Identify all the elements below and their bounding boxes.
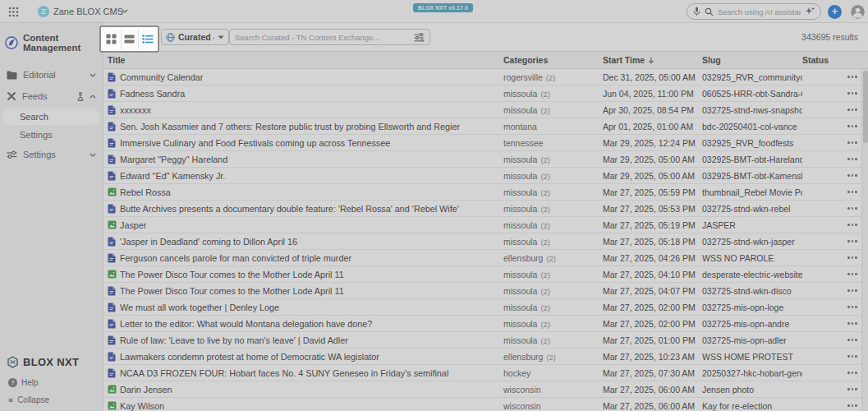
column-header-slug[interactable]: Slug [702,55,802,65]
row-start-time: Mar 27, 2025, 05:18 PM [603,237,702,247]
top-bar: Z Zane BLOX CMS BLOX NXT v0.17.0 + [0,0,868,23]
add-button[interactable]: + [828,5,842,19]
row-categories: hockey [503,368,603,378]
row-start-time: Mar 27, 2025, 05:53 PM [603,204,702,214]
table-row[interactable]: Kay WilsonwisconsinMar 27, 2025, 06:00 A… [103,398,868,411]
row-title[interactable]: xxxxxxx [120,105,503,115]
table-row[interactable]: Butte Archives presents a documentary do… [103,201,868,217]
table-row[interactable]: Letter to the editor: What would Montana… [103,316,868,332]
help-label: Help [21,378,39,387]
feed-selector-dropdown[interactable]: Curated -... [161,29,229,45]
row-title[interactable]: Letter to the editor: What would Montana… [120,319,503,329]
sidebar-item-label: Editorial [23,70,90,80]
feed-search-box[interactable] [229,29,430,45]
sidebar-item-feed-settings[interactable]: Settings [0,127,103,142]
cms-page: Z Zane BLOX CMS BLOX NXT v0.17.0 + Conte… [0,0,868,411]
row-title[interactable]: Lawmakers condemn protest at home of Dem… [120,352,503,362]
table-row[interactable]: Rule of law: 'Leave to live by no man's … [103,332,868,349]
table-row[interactable]: Immersive Culinary and Food Festivals co… [103,135,868,151]
column-header-categories[interactable]: Categories [503,55,603,65]
sidebar-item-settings[interactable]: Settings [0,145,103,164]
table-row[interactable]: NCAA D3 FROZEN FOUR: Hobart faces No. 4 … [103,365,868,381]
row-title[interactable]: Butte Archives presents a documentary do… [120,204,503,214]
row-start-time: Apr 01, 2025, 01:00 AM [603,122,702,132]
row-categories: missoula(2) [503,286,603,296]
sidebar-item-editorial[interactable]: Editorial [0,66,103,84]
table-row[interactable]: We must all work together | Denley Logem… [103,299,868,316]
row-start-time: Mar 27, 2025, 05:59 PM [603,187,702,197]
chevron-down-icon[interactable] [122,9,128,13]
collapse-icon: « [8,395,13,404]
table-row[interactable]: The Power Disco Tour comes to the Mother… [103,266,868,283]
row-title[interactable]: Sen. Josh Kassmier and 7 others: Restore… [120,122,503,132]
row-title[interactable]: Immersive Culinary and Food Festivals co… [120,138,503,148]
ai-search-input[interactable] [718,7,801,16]
sidebar-item-label: Feeds [22,91,76,101]
article-icon [108,237,120,247]
table-row[interactable]: 'Jasper in Deadland' coming to Dillon Ap… [103,233,868,250]
row-slug: 032725-stnd-wkn-jasper [702,237,802,247]
row-title[interactable]: Rule of law: 'Leave to live by no man's … [120,335,503,345]
vertical-scrollbar[interactable] [861,69,868,411]
row-title[interactable]: Ferguson cancels parole for man convicte… [120,253,503,263]
row-slug: bdc-20250401-col-vance [702,122,802,132]
table-row[interactable]: The Power Disco Tour comes to the Mother… [103,283,868,299]
row-slug: 032925_RVR_foodfests [702,138,802,148]
row-title[interactable]: Fadness Sandra [120,89,503,99]
table-row[interactable]: xxxxxxxmissoula(2)Apr 30, 2025, 08:54 PM… [103,102,868,118]
row-title[interactable]: NCAA D3 FROZEN FOUR: Hobart faces No. 4 … [120,368,503,378]
microphone-icon[interactable] [693,7,700,16]
filter-tune-icon[interactable] [414,33,425,42]
row-title[interactable]: Jasper [120,220,503,230]
row-categories: wisconsin [503,385,603,395]
collapse-link[interactable]: « Collapse [8,395,96,404]
ai-search-box[interactable] [687,3,821,20]
user-avatar[interactable] [851,5,865,19]
app-launcher-icon[interactable] [8,7,19,17]
row-title[interactable]: The Power Disco Tour comes to the Mother… [120,270,503,279]
row-categories: missoula(2) [503,155,603,164]
table-row[interactable]: Lawmakers condemn protest at home of Dem… [103,349,868,365]
chevron-up-icon [90,95,96,99]
table-row[interactable]: Sen. Josh Kassmier and 7 others: Restore… [103,118,868,135]
flask-icon[interactable] [76,92,85,101]
row-start-time: Mar 27, 2025, 04:07 PM [603,286,702,296]
feed-search-input[interactable] [235,33,411,42]
row-title[interactable]: The Power Disco Tour comes to the Mother… [120,286,503,296]
table-row[interactable]: Margaret "Peggy" Harelandmissoula(2)Mar … [103,151,868,168]
row-title[interactable]: Rebel Rossa [120,187,503,197]
grid-view-button[interactable] [103,30,121,49]
row-title[interactable]: 'Jasper in Deadland' coming to Dillon Ap… [120,237,503,247]
row-categories: missoula(2) [503,335,603,345]
row-title[interactable]: Margaret "Peggy" Hareland [120,155,503,164]
row-title[interactable]: Darin Jensen [120,385,503,395]
table-row[interactable]: Fadness Sandramissoula(2)Jun 04, 2025, 1… [103,85,868,102]
row-title[interactable]: Edward "Ed" Kamensky Jr. [120,171,503,181]
scrollbar-thumb[interactable] [863,71,868,143]
help-link[interactable]: ? Help [8,378,96,387]
row-title[interactable]: We must all work together | Denley Loge [120,302,503,312]
blox-nxt-logo-icon [7,356,19,368]
sidebar-item-feeds[interactable]: Feeds [0,87,103,105]
row-slug: 032925-BMT-obt-Hareland-CP009 [702,155,802,164]
table-row[interactable]: Ferguson cancels parole for man convicte… [103,250,868,266]
sparkle-icon[interactable] [805,7,815,16]
image-icon [108,187,120,196]
column-header-title[interactable]: Title [108,55,503,65]
table-row[interactable]: Jaspermissoula(2)Mar 27, 2025, 05:19 PMJ… [103,217,868,233]
row-title[interactable]: Kay Wilson [120,401,503,411]
detail-view-button[interactable] [138,30,156,49]
product-name[interactable]: Zane BLOX CMS [53,7,123,16]
list-view-button[interactable] [121,30,139,49]
row-slug: 032725-stnd-nws-snapshots [702,105,802,115]
table-row[interactable]: Rebel Rossamissoula(2)Mar 27, 2025, 05:5… [103,184,868,201]
row-start-time: Mar 29, 2025, 12:24 PM [603,138,702,148]
table-row[interactable]: Community Calendarrogersville(2)Dec 31, … [103,69,868,85]
column-header-status[interactable]: Status [802,55,846,65]
table-row[interactable]: Edward "Ed" Kamensky Jr.missoula(2)Mar 2… [103,168,868,184]
column-header-start-time[interactable]: Start Time [603,55,702,65]
table-row[interactable]: Darin JensenwisconsinMar 27, 2025, 06:00… [103,381,868,398]
row-title[interactable]: Community Calendar [120,72,503,82]
row-slug: 032925-BMT-obt-Kamensky Jr.-CF [702,171,802,181]
sidebar-item-search[interactable]: Search [2,109,100,125]
